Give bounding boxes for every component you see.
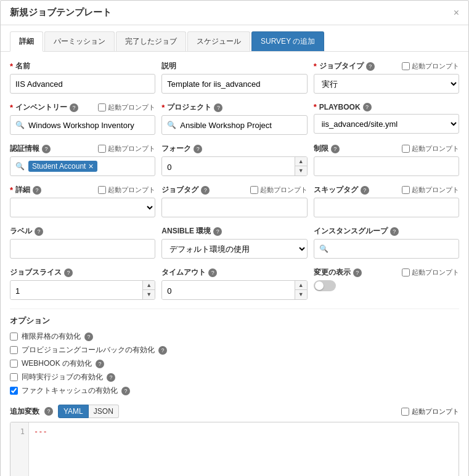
name-input[interactable] — [10, 74, 155, 94]
credential-search-wrap[interactable]: 🔍 Student Account × — [10, 156, 155, 176]
group-limit: 制限 ? 起動プロンプト — [314, 143, 459, 176]
timeout-help-icon[interactable]: ? — [208, 268, 217, 277]
verbosity-help-icon[interactable]: ? — [33, 186, 41, 195]
provisioning-callback-checkbox[interactable] — [10, 346, 18, 354]
row-name-desc-jobtype: * 名前 説明 * ジョブタイプ ? 起動プロンプト — [10, 61, 459, 94]
project-help-icon[interactable]: ? — [214, 103, 222, 112]
limit-prompt-checkbox[interactable] — [402, 145, 410, 153]
extra-vars-help-icon[interactable]: ? — [44, 407, 53, 416]
json-tab[interactable]: JSON — [89, 405, 119, 418]
fork-help-icon[interactable]: ? — [194, 145, 202, 153]
concurrent-jobs-help-icon[interactable]: ? — [107, 373, 115, 382]
verbosity-prompt-checkbox[interactable] — [98, 186, 106, 194]
job-slice-down-button[interactable]: ▼ — [142, 290, 155, 299]
credential-help-icon[interactable]: ? — [42, 145, 51, 153]
skip-tags-input[interactable] — [314, 198, 459, 217]
concurrent-jobs-checkbox[interactable] — [10, 373, 18, 381]
inventory-input[interactable] — [28, 116, 150, 134]
row-cred-fork-limit: 認証情報 ? 起動プロンプト 🔍 Student Account × — [10, 143, 459, 176]
job-type-prompt-checkbox[interactable] — [402, 62, 410, 70]
job-type-help-icon[interactable]: ? — [366, 62, 375, 71]
job-slice-input[interactable] — [10, 281, 142, 300]
job-slice-up-button[interactable]: ▲ — [142, 281, 155, 290]
job-slice-help-icon[interactable]: ? — [64, 268, 73, 277]
inventory-search-wrap[interactable]: 🔍 — [10, 115, 155, 135]
fork-up-button[interactable]: ▲ — [295, 157, 307, 166]
timeout-up-button[interactable]: ▲ — [295, 281, 307, 290]
verbosity-prompt: 起動プロンプト — [98, 185, 155, 195]
yaml-tab[interactable]: YAML — [58, 405, 89, 418]
group-skip-tags: スキップタグ ? 起動プロンプト — [314, 185, 459, 217]
project-input[interactable] — [180, 116, 301, 134]
labels-input[interactable] — [10, 239, 155, 259]
toggle-track[interactable] — [314, 280, 336, 291]
job-type-select[interactable]: 実行 確認 — [314, 74, 459, 94]
provisioning-callback-help-icon[interactable]: ? — [158, 346, 167, 355]
tab-completed-jobs[interactable]: 完了したジョブ — [116, 31, 186, 51]
instance-groups-input[interactable] — [332, 240, 454, 258]
options-title: オプション — [10, 315, 459, 326]
option-webhook: WEBHOOK の有効化 ? — [10, 358, 459, 369]
instance-groups-label: インスタンスグループ — [314, 226, 388, 236]
description-input[interactable] — [161, 74, 307, 94]
tab-detail[interactable]: 詳細 — [10, 31, 43, 52]
tab-schedule[interactable]: スケジュール — [187, 31, 250, 51]
limit-input[interactable] — [314, 156, 459, 176]
code-content[interactable]: --- — [29, 422, 459, 476]
close-button[interactable]: × — [454, 7, 459, 18]
fact-cache-checkbox[interactable] — [10, 387, 18, 395]
option-fact-cache: ファクトキャッシュの有効化 ? — [10, 385, 459, 396]
show-changes-toggle[interactable] — [314, 280, 459, 291]
credential-prompt-checkbox[interactable] — [98, 145, 106, 153]
credential-tag-remove[interactable]: × — [88, 162, 93, 171]
tab-survey[interactable]: SURVEY の追加 — [251, 31, 324, 51]
fork-down-button[interactable]: ▼ — [295, 166, 307, 175]
webhook-checkbox[interactable] — [10, 360, 18, 368]
modal-header: 新規ジョブテンプレート × — [1, 1, 468, 25]
ansible-env-label: ANSIBLE 環境 — [161, 226, 211, 236]
group-job-type: * ジョブタイプ ? 起動プロンプト 実行 確認 — [314, 61, 459, 94]
playbook-select[interactable]: iis_advanced/site.yml — [314, 114, 459, 134]
instance-groups-search-wrap[interactable]: 🔍 — [314, 239, 459, 259]
verbosity-select[interactable] — [10, 198, 155, 217]
privilege-escalation-help-icon[interactable]: ? — [84, 333, 93, 341]
inventory-prompt: 起動プロンプト — [98, 103, 155, 112]
group-verbosity: * 詳細 ? 起動プロンプト — [10, 185, 155, 217]
tab-permissions[interactable]: パーミッション — [44, 31, 115, 51]
timeout-input[interactable] — [162, 281, 294, 300]
privilege-escalation-checkbox[interactable] — [10, 333, 18, 341]
group-inventory: * インベントリー ? 起動プロンプト 🔍 — [10, 102, 155, 135]
job-tags-prompt-checkbox[interactable] — [250, 186, 258, 194]
credential-label: 認証情報 — [10, 143, 39, 154]
line-numbers: 1 — [10, 422, 29, 476]
skip-tags-prompt-checkbox[interactable] — [402, 186, 410, 194]
inventory-help-icon[interactable]: ? — [70, 103, 78, 112]
show-changes-prompt-checkbox[interactable] — [402, 268, 410, 276]
job-tags-input[interactable] — [161, 198, 307, 217]
fact-cache-help-icon[interactable]: ? — [121, 387, 130, 395]
fork-input[interactable] — [162, 157, 294, 176]
labels-help-icon[interactable]: ? — [35, 227, 43, 236]
inventory-prompt-checkbox[interactable] — [98, 103, 106, 111]
skip-tags-help-icon[interactable]: ? — [361, 186, 369, 195]
options-divider — [10, 309, 459, 309]
group-job-tags: ジョブタグ ? 起動プロンプト — [161, 185, 307, 217]
job-tags-help-icon[interactable]: ? — [201, 186, 210, 195]
row-slice-timeout-changes: ジョブスライス ? ▲ ▼ タイムアウト ? — [10, 267, 459, 300]
project-search-wrap[interactable]: 🔍 — [161, 115, 307, 135]
instance-groups-help-icon[interactable]: ? — [390, 227, 399, 236]
timeout-down-button[interactable]: ▼ — [295, 290, 307, 299]
webhook-help-icon[interactable]: ? — [96, 360, 104, 368]
row-inv-proj-playbook: * インベントリー ? 起動プロンプト 🔍 * プロジェクト — [10, 102, 459, 135]
option-provisioning-callback: プロビジョニングコールバックの有効化 ? — [10, 345, 459, 355]
show-changes-help-icon[interactable]: ? — [353, 268, 362, 277]
toggle-thumb — [315, 281, 324, 290]
group-ansible-env: ANSIBLE 環境 ? デフォルト環境の使用 — [161, 226, 307, 259]
limit-prompt: 起動プロンプト — [402, 144, 459, 153]
ansible-env-help-icon[interactable]: ? — [213, 227, 222, 236]
limit-help-icon[interactable]: ? — [331, 145, 340, 153]
playbook-help-icon[interactable]: ? — [363, 103, 372, 111]
extra-vars-prompt-checkbox[interactable] — [401, 408, 409, 416]
ansible-env-select[interactable]: デフォルト環境の使用 — [161, 239, 307, 259]
job-tags-label: ジョブタグ — [161, 185, 198, 195]
